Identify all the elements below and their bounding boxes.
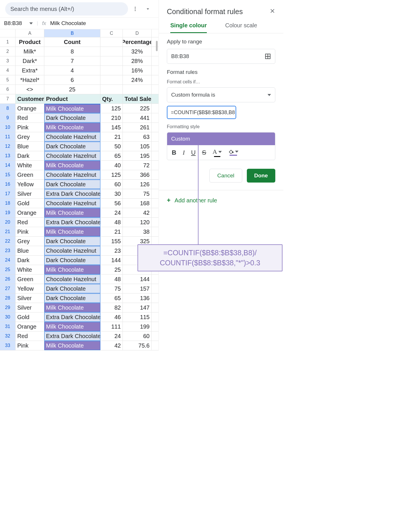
col-header[interactable]: B <box>44 29 100 37</box>
custom-formula-input[interactable]: =COUNTIF($B$8:$B$38,B8 <box>167 106 236 119</box>
cell[interactable]: Extra Dark Chocolate <box>44 331 100 341</box>
cell[interactable]: 210 <box>100 113 123 122</box>
row-header[interactable]: 17 <box>0 189 16 198</box>
cell[interactable]: 32% <box>123 47 152 56</box>
cell[interactable]: Silver <box>16 303 44 312</box>
strikethrough-button[interactable]: S <box>202 149 206 156</box>
cell[interactable]: Yellow <box>16 284 44 293</box>
cell[interactable]: Milk Chocolate <box>44 265 100 274</box>
cell[interactable]: Qty. <box>100 94 123 103</box>
cell[interactable]: 30 <box>100 189 123 198</box>
cell[interactable]: Milk Chocolate <box>44 227 100 236</box>
row-header[interactable]: 31 <box>0 322 16 331</box>
expand-menu-icon[interactable] <box>142 3 153 14</box>
cell[interactable]: 75 <box>100 284 123 293</box>
fill-color-button[interactable] <box>228 149 238 156</box>
row-header[interactable]: 16 <box>0 180 16 189</box>
cell[interactable]: 125 <box>100 170 123 179</box>
cell[interactable]: 38 <box>123 227 152 236</box>
bold-button[interactable]: B <box>172 149 176 156</box>
cell[interactable]: 16% <box>123 66 152 75</box>
cell[interactable]: 21 <box>100 227 123 236</box>
cell[interactable]: White <box>16 161 44 170</box>
cell[interactable]: Milk Chocolate <box>44 322 100 331</box>
cell[interactable] <box>100 85 123 94</box>
cell[interactable]: Dark Chocolate <box>44 180 100 189</box>
cell[interactable]: 63 <box>123 132 152 141</box>
cell[interactable]: Product <box>44 94 100 103</box>
italic-button[interactable]: I <box>183 149 185 156</box>
cell[interactable] <box>100 47 123 56</box>
underline-button[interactable]: U <box>191 149 196 156</box>
cell[interactable]: 115 <box>123 312 152 322</box>
cell[interactable]: Orange <box>16 322 44 331</box>
cell[interactable]: 441 <box>123 113 152 122</box>
cell[interactable]: Milk* <box>16 47 44 56</box>
row-header[interactable]: 27 <box>0 284 16 293</box>
done-button[interactable]: Done <box>247 169 276 183</box>
cell[interactable]: Milk Chocolate <box>44 208 100 217</box>
cell[interactable]: Dark Chocolate <box>44 256 100 265</box>
cell[interactable]: Dark <box>16 151 44 160</box>
cell[interactable]: 60 <box>123 331 152 341</box>
cell[interactable]: Red <box>16 113 44 122</box>
formula-bar[interactable]: Milk Chocolate <box>50 20 86 26</box>
row-header[interactable]: 28 <box>0 294 16 303</box>
cell[interactable]: 42 <box>100 341 123 350</box>
cell[interactable]: 144 <box>123 275 152 284</box>
apply-range-input[interactable]: B8:B38 <box>167 49 275 64</box>
name-box[interactable]: B8:B38 <box>4 20 33 26</box>
cell[interactable]: 125 <box>100 104 123 113</box>
cell[interactable]: 24 <box>100 208 123 217</box>
cell[interactable]: 50 <box>100 142 123 151</box>
row-header[interactable]: 6 <box>0 85 16 94</box>
row-header[interactable]: 24 <box>0 256 16 265</box>
cell[interactable]: 60 <box>100 180 123 189</box>
cell[interactable]: Pink <box>16 227 44 236</box>
cell[interactable]: 82 <box>100 303 123 312</box>
cell[interactable]: Dark Chocolate <box>44 284 100 293</box>
row-header[interactable]: 7 <box>0 94 16 103</box>
cell[interactable]: Gold <box>16 199 44 208</box>
cell[interactable]: 75 <box>123 189 152 198</box>
cell[interactable]: 168 <box>123 199 152 208</box>
col-header[interactable]: C <box>100 29 123 37</box>
cell[interactable]: 225 <box>123 104 152 113</box>
cell[interactable]: Milk Chocolate <box>44 341 100 350</box>
condition-select[interactable]: Custom formula is <box>167 87 275 102</box>
cell[interactable]: Green <box>16 170 44 179</box>
cell[interactable] <box>100 66 123 75</box>
row-header[interactable]: 26 <box>0 275 16 284</box>
cell[interactable]: 65 <box>100 294 123 303</box>
cell[interactable]: 366 <box>123 170 152 179</box>
cell[interactable]: 40 <box>100 161 123 170</box>
cell[interactable]: 145 <box>100 123 123 132</box>
cell[interactable]: Orange <box>16 208 44 217</box>
cell[interactable] <box>123 85 152 94</box>
tab-single-colour[interactable]: Single colour <box>170 21 207 33</box>
cell[interactable]: Customer <box>16 94 44 103</box>
cell[interactable]: Product <box>16 37 44 47</box>
cell[interactable]: 28% <box>123 56 152 66</box>
cell[interactable]: 24 <box>100 331 123 341</box>
row-header[interactable]: 5 <box>0 75 16 85</box>
cell[interactable]: Chocolate Hazelnut <box>44 275 100 284</box>
cell[interactable]: <> <box>16 85 44 94</box>
scrollbar[interactable] <box>156 41 158 51</box>
row-header[interactable]: 10 <box>0 123 16 132</box>
cell[interactable]: Red <box>16 218 44 227</box>
cell[interactable]: 65 <box>100 151 123 160</box>
add-rule-button[interactable]: + Add another rule <box>159 190 283 210</box>
cell[interactable]: 6 <box>44 75 100 85</box>
row-header[interactable]: 4 <box>0 66 16 75</box>
cell[interactable]: 48 <box>100 218 123 227</box>
col-header[interactable]: D <box>123 29 152 37</box>
cell[interactable]: Yellow <box>16 180 44 189</box>
row-header[interactable]: 22 <box>0 237 16 246</box>
cell[interactable]: Blue <box>16 246 44 255</box>
cell[interactable]: Chocolate Hazelnut <box>44 246 100 255</box>
cell[interactable]: 42 <box>123 208 152 217</box>
row-header[interactable]: 12 <box>0 142 16 151</box>
close-icon[interactable] <box>270 8 275 16</box>
cell[interactable]: Dark* <box>16 56 44 66</box>
